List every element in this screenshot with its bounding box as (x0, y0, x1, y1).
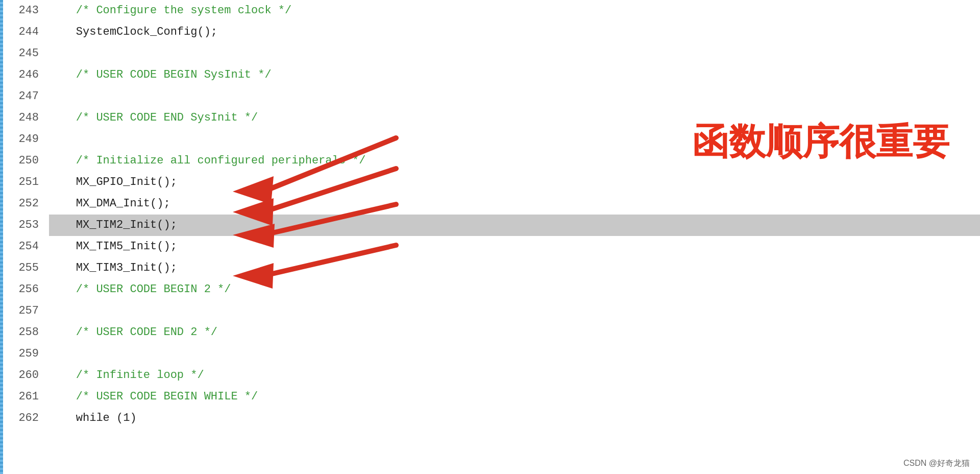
code-line: 244 SystemClock_Config(); (3, 21, 980, 43)
line-content: SystemClock_Config(); (49, 21, 980, 43)
line-content: MX_GPIO_Init(); (49, 172, 980, 193)
line-content: MX_TIM5_Init(); (49, 236, 980, 257)
line-content: /* USER CODE END 2 */ (49, 322, 980, 343)
code-line: 245 (3, 43, 980, 64)
code-line: 252 MX_DMA_Init(); (3, 193, 980, 215)
code-content: 243 /* Configure the system clock */244 … (3, 0, 980, 474)
line-content: /* Infinite loop */ (49, 365, 980, 386)
line-number: 256 (3, 279, 49, 300)
line-number: 257 (3, 300, 49, 322)
line-number: 259 (3, 343, 49, 365)
line-number: 254 (3, 236, 49, 257)
line-number: 248 (3, 107, 49, 129)
line-number: 258 (3, 322, 49, 343)
line-number: 243 (3, 0, 49, 21)
line-number: 252 (3, 193, 49, 215)
code-line: 246 /* USER CODE BEGIN SysInit */ (3, 64, 980, 86)
line-number: 246 (3, 64, 49, 86)
code-line: 243 /* Configure the system clock */ (3, 0, 980, 21)
line-number: 250 (3, 150, 49, 172)
line-number: 255 (3, 257, 49, 279)
code-line: 254 MX_TIM5_Init(); (3, 236, 980, 257)
line-number: 249 (3, 129, 49, 150)
code-line: 253 MX_TIM2_Init(); (3, 215, 980, 236)
watermark: CSDN @好奇龙猫 (903, 458, 970, 469)
line-content: MX_TIM2_Init(); (49, 215, 980, 236)
code-line: 262 while (1) (3, 408, 980, 429)
line-content: while (1) (49, 408, 980, 429)
line-content: /* USER CODE BEGIN WHILE */ (49, 386, 980, 408)
line-content: /* USER CODE BEGIN 2 */ (49, 279, 980, 300)
code-line: 257 (3, 300, 980, 322)
line-number: 261 (3, 386, 49, 408)
code-line: 258 /* USER CODE END 2 */ (3, 322, 980, 343)
code-line: 251 MX_GPIO_Init(); (3, 172, 980, 193)
line-number: 245 (3, 43, 49, 64)
code-editor: 243 /* Configure the system clock */244 … (0, 0, 980, 474)
line-number: 260 (3, 365, 49, 386)
code-line: 256 /* USER CODE BEGIN 2 */ (3, 279, 980, 300)
line-number: 251 (3, 172, 49, 193)
line-content: /* USER CODE BEGIN SysInit */ (49, 64, 980, 86)
code-line: 259 (3, 343, 980, 365)
line-number: 244 (3, 21, 49, 43)
code-line: 247 (3, 86, 980, 107)
line-content: MX_TIM3_Init(); (49, 257, 980, 279)
code-line: 261 /* USER CODE BEGIN WHILE */ (3, 386, 980, 408)
code-line: 260 /* Infinite loop */ (3, 365, 980, 386)
line-content: /* Configure the system clock */ (49, 0, 980, 21)
line-content: MX_DMA_Init(); (49, 193, 980, 215)
line-number: 262 (3, 408, 49, 429)
annotation-text: 函数顺序很重要 (692, 117, 949, 167)
line-number: 247 (3, 86, 49, 107)
line-number: 253 (3, 215, 49, 236)
code-line: 255 MX_TIM3_Init(); (3, 257, 980, 279)
